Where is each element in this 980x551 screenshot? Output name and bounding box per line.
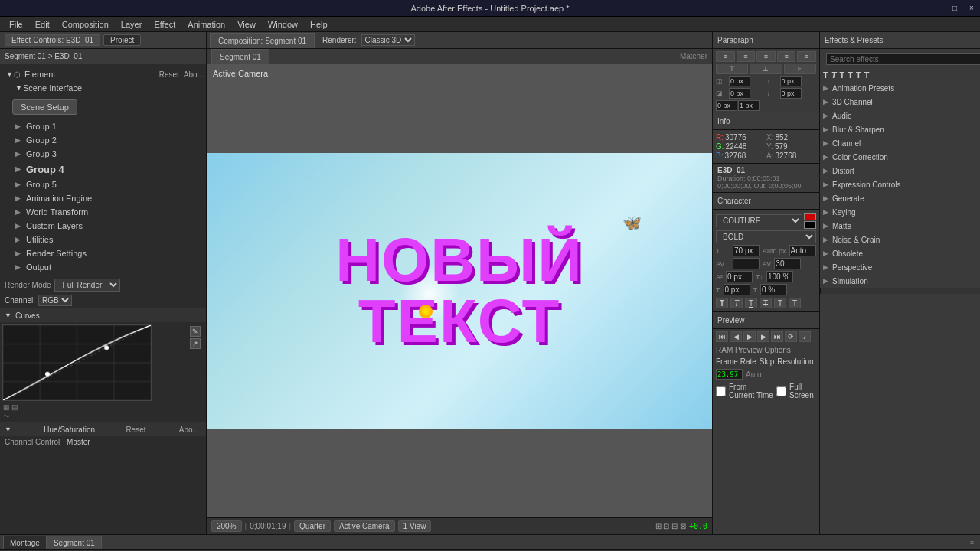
fx-perspective[interactable]: ▶ Perspective xyxy=(820,260,980,274)
animation-engine-item[interactable]: ▶ Animation Engine xyxy=(0,191,206,205)
prev-frame-btn[interactable]: ⏮ xyxy=(716,331,728,342)
leading-input[interactable] xyxy=(789,245,816,256)
fx-t-btn-4[interactable]: T xyxy=(848,70,853,80)
text-color-swatch[interactable] xyxy=(804,213,816,220)
fx-channel[interactable]: ▶ Channel xyxy=(820,136,980,150)
fx-noise-grain[interactable]: ▶ Noise & Grain xyxy=(820,233,980,246)
vscale-input[interactable] xyxy=(760,284,787,295)
scene-setup-button[interactable]: Scene Setup xyxy=(12,99,77,115)
element-about[interactable]: Abo... xyxy=(181,70,206,79)
align-v-top-btn[interactable]: ⊤ xyxy=(716,64,748,74)
menu-help[interactable]: Help xyxy=(304,19,334,30)
justify-opt2[interactable] xyxy=(738,100,760,111)
group-2-item[interactable]: ▶ Group 2 xyxy=(0,133,206,147)
hue-sat-reset[interactable]: Reset xyxy=(123,425,148,434)
fx-keying[interactable]: ▶ Keying xyxy=(820,205,980,219)
align-v-mid-btn[interactable]: ⊥ xyxy=(750,64,782,74)
next-frame-btn[interactable]: ⏭ xyxy=(771,331,783,342)
curves-pencil[interactable]: ✎ xyxy=(190,326,201,337)
fx-3d-channel[interactable]: ▶ 3D Channel xyxy=(820,95,980,109)
font-size-input[interactable] xyxy=(733,245,760,256)
effect-controls-tab[interactable]: Effect Controls: E3D_01 xyxy=(5,34,100,46)
curves-arrow[interactable]: ▼ xyxy=(5,311,12,319)
quality-btn[interactable]: Quarter xyxy=(294,520,331,532)
underline-btn[interactable]: T xyxy=(745,298,757,308)
menu-file[interactable]: File xyxy=(3,19,29,30)
minimize-button[interactable]: − xyxy=(929,0,946,17)
subscript-btn[interactable]: T xyxy=(789,298,801,308)
italic-btn[interactable]: T xyxy=(730,298,743,308)
fx-t-btn-2[interactable]: T xyxy=(831,70,837,80)
hscale-input[interactable] xyxy=(724,284,750,295)
renderer-select[interactable]: Classic 3D xyxy=(361,34,415,46)
menu-window[interactable]: Window xyxy=(262,19,304,30)
fx-generate[interactable]: ▶ Generate xyxy=(820,191,980,205)
element-header-item[interactable]: ▼ ⬡ Element Reset Abo... xyxy=(0,67,206,81)
group-4-item[interactable]: ▶ Group 4 xyxy=(0,161,206,178)
fx-t-btn-1[interactable]: T xyxy=(823,70,828,80)
hue-sat-arrow[interactable]: ▼ xyxy=(5,425,12,433)
fx-search-input[interactable] xyxy=(826,53,980,65)
align-left-btn[interactable]: ≡ xyxy=(716,51,735,62)
menu-edit[interactable]: Edit xyxy=(29,19,56,30)
fx-animation-presets[interactable]: ▶ Animation Presets xyxy=(820,81,980,95)
stroke-color-swatch[interactable] xyxy=(804,221,816,229)
fx-distort[interactable]: ▶ Distort xyxy=(820,164,980,178)
segment-tab[interactable]: Segment 01 xyxy=(211,49,270,64)
active-camera-btn[interactable]: Active Camera xyxy=(334,520,395,532)
menu-layer[interactable]: Layer xyxy=(115,19,149,30)
fx-t-btn-5[interactable]: T xyxy=(856,70,861,80)
menu-composition[interactable]: Composition xyxy=(56,19,115,30)
maximize-button[interactable]: □ xyxy=(946,0,963,17)
zoom-level-btn[interactable]: 200% xyxy=(211,520,242,532)
views-btn[interactable]: 1 View xyxy=(398,520,432,532)
loop-btn[interactable]: ⟳ xyxy=(785,331,797,342)
strikethrough-btn[interactable]: T xyxy=(760,298,772,308)
align-center-btn[interactable]: ≡ xyxy=(737,51,756,62)
indent-right-input[interactable] xyxy=(729,88,750,99)
render-mode-select[interactable]: Full Render xyxy=(54,279,120,292)
custom-layers-item[interactable]: ▶ Custom Layers xyxy=(0,219,206,233)
fx-color-correction[interactable]: ▶ Color Correction xyxy=(820,150,980,164)
scene-interface-item[interactable]: ▼ Scene Interface xyxy=(0,81,206,95)
font-style-select[interactable]: BOLD xyxy=(716,230,816,243)
font-family-select[interactable]: COUTURE xyxy=(716,214,802,227)
project-tab[interactable]: Project xyxy=(103,34,141,46)
fx-simulation[interactable]: ▶ Simulation xyxy=(820,274,980,288)
fx-t-btn-3[interactable]: T xyxy=(839,70,844,80)
viewport[interactable]: Active Camera НОВЫЙ ТЕКСТ 🦋 xyxy=(207,64,712,517)
align-right-btn[interactable]: ≡ xyxy=(756,51,776,62)
space-before-input[interactable] xyxy=(780,76,802,86)
fx-blur-sharpen[interactable]: ▶ Blur & Sharpen xyxy=(820,122,980,136)
justify-btn[interactable]: ≡ xyxy=(777,51,796,62)
baseline-input[interactable] xyxy=(726,271,753,282)
tracking-input[interactable] xyxy=(774,258,801,269)
justify-opt1[interactable] xyxy=(716,100,737,111)
fx-expression-controls[interactable]: ▶ Expression Controls xyxy=(820,178,980,191)
justify-all-btn[interactable]: ≡ xyxy=(797,51,816,62)
channel-select[interactable]: RGB xyxy=(38,295,72,306)
utilities-item[interactable]: ▶ Utilities xyxy=(0,233,206,246)
group-1-item[interactable]: ▶ Group 1 xyxy=(0,119,206,133)
menu-effect[interactable]: Effect xyxy=(148,19,181,30)
tl-tab-montage[interactable]: Montage xyxy=(3,536,47,549)
align-v-bot-btn[interactable]: ⊦ xyxy=(784,64,816,74)
curves-canvas[interactable] xyxy=(2,324,152,401)
render-settings-item[interactable]: ▶ Render Settings xyxy=(0,246,206,260)
hue-sat-about[interactable]: Abo... xyxy=(177,425,201,434)
tl-tab-segment[interactable]: Segment 01 xyxy=(47,536,102,549)
group-3-item[interactable]: ▶ Group 3 xyxy=(0,147,206,161)
output-item[interactable]: ▶ Output xyxy=(0,260,206,274)
space-after-input[interactable] xyxy=(780,88,802,99)
world-transform-item[interactable]: ▶ World Transform xyxy=(0,205,206,219)
fx-t-btn-6[interactable]: T xyxy=(864,70,870,80)
fps-input[interactable] xyxy=(716,369,743,380)
kern-input[interactable] xyxy=(733,258,760,269)
bold-btn[interactable]: T xyxy=(716,298,728,308)
play-btn[interactable]: ▶ xyxy=(743,331,756,342)
element-reset[interactable]: Reset xyxy=(157,70,181,79)
step-fwd-btn[interactable]: ▶ xyxy=(757,331,769,342)
fx-matte[interactable]: ▶ Matte xyxy=(820,219,980,233)
indent-left-input[interactable] xyxy=(729,76,750,86)
group-5-item[interactable]: ▶ Group 5 xyxy=(0,178,206,191)
